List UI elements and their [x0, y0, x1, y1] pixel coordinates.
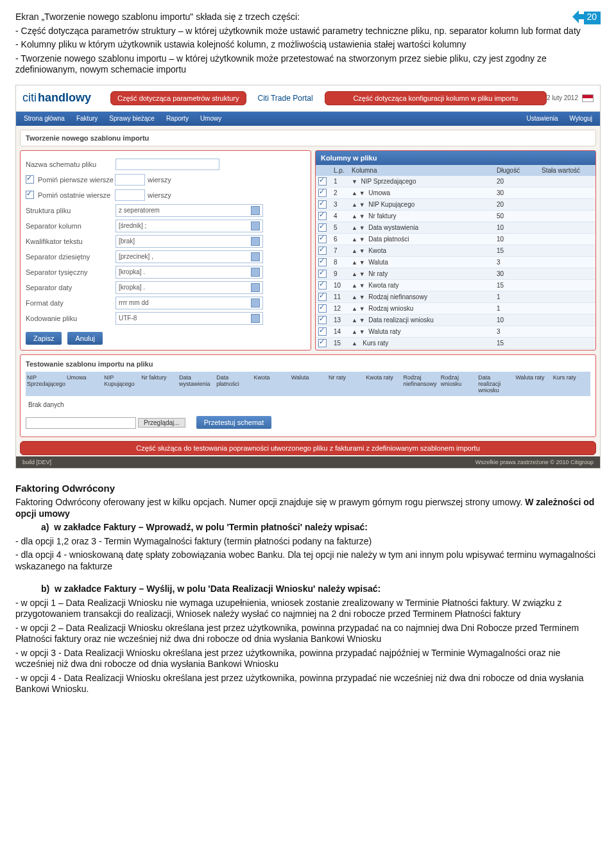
arrow-up-icon[interactable]: ▲: [352, 213, 357, 220]
nav-raporty[interactable]: Raporty: [166, 115, 189, 122]
arrow-up-icon[interactable]: ▲: [352, 294, 357, 300]
table-row: 1 ▼ NIP Sprzedającego20: [316, 176, 595, 187]
test-col: Kwota raty: [366, 374, 402, 394]
row-checkbox[interactable]: [318, 339, 327, 347]
inp-skip-last[interactable]: [115, 189, 145, 201]
sel-dec[interactable]: [przecinek] ,: [116, 250, 263, 263]
row-checkbox[interactable]: [318, 270, 327, 278]
test-col: Kurs raty: [553, 374, 589, 394]
test-col: Nr faktury: [142, 374, 178, 394]
copyright: Wszelkie prawa zastrzeżone © 2010 Citigr…: [475, 459, 594, 465]
test-header: Testowanie szablonu importu na pliku: [26, 360, 590, 368]
arrow-up-icon[interactable]: ▲: [352, 271, 357, 277]
arrow-down-icon[interactable]: ▼: [359, 294, 365, 300]
arrow-up-icon[interactable]: ▲: [352, 329, 357, 335]
arrow-up-icon[interactable]: ▲: [352, 282, 357, 289]
arrow-up-icon[interactable]: ▲: [352, 236, 357, 243]
table-row: 6▲ ▼ Data płatności10: [316, 234, 595, 245]
flag-icon[interactable]: [582, 94, 594, 102]
row-checkbox[interactable]: [318, 316, 327, 324]
test-empty: Brak danych: [26, 396, 590, 413]
arrow-up-icon[interactable]: ▲: [352, 259, 357, 266]
arrow-down-icon[interactable]: ▼: [359, 225, 365, 231]
callout-columns: Część dotycząca konfiguracji kolumn w pl…: [325, 91, 547, 105]
nav-faktury[interactable]: Faktury: [76, 115, 98, 122]
row-checkbox[interactable]: [318, 247, 327, 255]
file-input[interactable]: [26, 417, 136, 429]
form-title: Tworzenie nowego szablonu importu: [20, 130, 596, 146]
callout-test: Część służąca do testowania poprawności …: [20, 441, 596, 455]
sel-sepcol[interactable]: [średnik] ;: [116, 220, 263, 232]
arrow-down-icon[interactable]: ▼: [359, 236, 365, 243]
inp-skip-first[interactable]: [115, 174, 145, 186]
nav-sprawy[interactable]: Sprawy bieżące: [109, 115, 155, 122]
lbl-skip-first: Pomiń pierwsze wiersze: [38, 176, 115, 184]
arrow-up-icon[interactable]: ▲: [352, 306, 357, 312]
row-checkbox[interactable]: [318, 235, 327, 243]
arrow-up-icon[interactable]: ▲: [352, 340, 357, 347]
sel-thou[interactable]: [kropka] .: [116, 266, 263, 279]
nav-home[interactable]: Strona główna: [24, 115, 65, 122]
sel-datefmt[interactable]: rrrr mm dd: [116, 297, 263, 309]
section-intro: Faktoring Odwrócony oferowany jest w kil…: [15, 497, 601, 519]
inp-name[interactable]: [116, 159, 219, 170]
browse-button[interactable]: Przeglądaj...: [138, 418, 185, 428]
intro-line-4: - Tworzenie nowego szablonu importu – w …: [15, 53, 601, 76]
test-col: Data realizacji wniosku: [478, 374, 514, 394]
a-line-1: - dla opcji 1,2 oraz 3 - Termin Wymagaln…: [15, 536, 601, 548]
arrow-down-icon[interactable]: ▼: [359, 271, 365, 277]
chevron-down-icon: [251, 237, 260, 246]
header-date: 2 luty 2012: [547, 94, 578, 101]
th-const: Stała wartość: [542, 167, 593, 174]
lbl-name: Nazwa schematu pliku: [26, 160, 116, 168]
row-checkbox[interactable]: [318, 304, 327, 313]
row-checkbox[interactable]: [318, 293, 327, 301]
table-row: 3▲ ▼ NIP Kupującego20: [316, 199, 595, 211]
arrow-down-icon[interactable]: ▼: [359, 202, 365, 208]
sel-qual[interactable]: [brak]: [116, 235, 263, 248]
nav-umowy[interactable]: Umowy: [200, 115, 221, 122]
save-button[interactable]: Zapisz: [26, 332, 62, 345]
intro-line-2: - Część dotycząca parametrów struktury –…: [15, 26, 601, 37]
row-checkbox[interactable]: [318, 177, 327, 186]
arrow-up-icon[interactable]: ▲: [352, 202, 357, 208]
chk-skip-first[interactable]: [26, 175, 34, 184]
sel-datesep[interactable]: [kropka] .: [116, 281, 263, 294]
arrow-down-icon[interactable]: ▼: [359, 317, 365, 324]
nav-logout[interactable]: Wyloguj: [570, 115, 592, 122]
option-a: a) w zakładce Faktury – Wprowadź, w polu…: [41, 522, 601, 533]
row-checkbox[interactable]: [318, 200, 327, 209]
arrow-down-icon[interactable]: ▼: [359, 282, 365, 289]
arrow-up-icon[interactable]: ▲: [352, 248, 357, 254]
arrow-down-icon[interactable]: ▼: [359, 190, 365, 196]
th-lp: L.p.: [334, 167, 352, 174]
arrow-up-icon[interactable]: ▲: [352, 190, 357, 196]
row-checkbox[interactable]: [318, 223, 327, 232]
b-line-2: - w opcji 2 – Data Realizacji Wniosku ok…: [15, 623, 601, 645]
arrow-down-icon[interactable]: ▼: [359, 248, 365, 254]
arrow-down-icon[interactable]: ▼: [359, 213, 365, 220]
sel-struct[interactable]: z seperatorem: [116, 204, 263, 217]
arrow-down-icon[interactable]: ▼: [359, 329, 365, 335]
arrow-up-icon[interactable]: ▲: [352, 225, 357, 231]
th-len: Długość: [497, 167, 542, 174]
row-checkbox[interactable]: [318, 327, 327, 336]
nav-ustawienia[interactable]: Ustawienia: [527, 115, 558, 122]
row-checkbox[interactable]: [318, 258, 327, 266]
sel-enc[interactable]: UTF-8: [116, 312, 263, 325]
arrow-up-icon[interactable]: ▲: [352, 317, 357, 324]
arrow-down-icon[interactable]: ▼: [352, 178, 357, 185]
chevron-down-icon: [251, 314, 260, 323]
chevron-down-icon: [251, 206, 260, 215]
chk-skip-last[interactable]: [26, 191, 34, 199]
test-pane: Testowanie szablonu importu na pliku NIP…: [20, 354, 596, 437]
row-checkbox[interactable]: [318, 212, 327, 220]
row-checkbox[interactable]: [318, 189, 327, 197]
cancel-button[interactable]: Anuluj: [67, 332, 103, 345]
test-button[interactable]: Przetestuj schemat: [196, 416, 272, 429]
b-line-1: - w opcji 1 – Data Realizacji Wniosku ni…: [15, 598, 601, 620]
chevron-down-icon: [251, 268, 260, 277]
arrow-down-icon[interactable]: ▼: [359, 306, 365, 312]
arrow-down-icon[interactable]: ▼: [359, 259, 365, 266]
row-checkbox[interactable]: [318, 281, 327, 290]
